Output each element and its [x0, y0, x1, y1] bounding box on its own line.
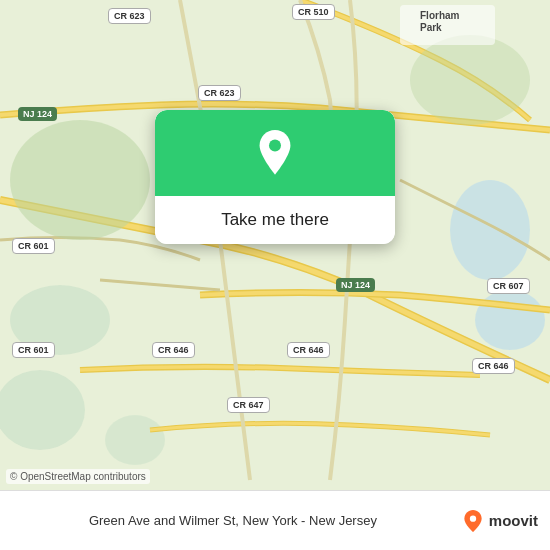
- road-badge-nj124-1: NJ 124: [18, 107, 57, 121]
- svg-point-7: [410, 35, 530, 125]
- road-badge-cr607: CR 607: [487, 278, 530, 294]
- road-badge-cr623-1: CR 623: [108, 8, 151, 24]
- location-pin-icon: [251, 130, 299, 178]
- road-badge-cr601-2: CR 601: [12, 342, 55, 358]
- popup-card: Take me there: [155, 110, 395, 244]
- road-badge-cr646-3: CR 646: [472, 358, 515, 374]
- svg-point-9: [269, 139, 281, 151]
- svg-point-6: [10, 120, 150, 240]
- road-badge-cr647: CR 647: [227, 397, 270, 413]
- road-badge-nj124-2: NJ 124: [336, 278, 375, 292]
- map-container: CR 623 CR 510 FlorhamPark NJ 124 CR 623 …: [0, 0, 550, 490]
- road-badge-cr646-2: CR 646: [287, 342, 330, 358]
- bottom-bar: Green Ave and Wilmer St, New York - New …: [0, 490, 550, 550]
- map-attribution: © OpenStreetMap contributors: [6, 469, 150, 484]
- svg-point-4: [475, 290, 545, 350]
- popup-green-area: [155, 110, 395, 196]
- road-badge-cr646-1: CR 646: [152, 342, 195, 358]
- moovit-logo: moovit: [462, 510, 538, 532]
- road-badge-cr623-2: CR 623: [198, 85, 241, 101]
- take-me-there-button[interactable]: Take me there: [155, 196, 395, 244]
- svg-point-3: [450, 180, 530, 280]
- moovit-pin-icon: [462, 510, 484, 532]
- moovit-text: moovit: [489, 512, 538, 529]
- road-badge-cr601-1: CR 601: [12, 238, 55, 254]
- florham-park-label: FlorhamPark: [420, 10, 459, 34]
- svg-point-10: [470, 515, 476, 521]
- map-background: [0, 0, 550, 490]
- road-badge-cr510: CR 510: [292, 4, 335, 20]
- svg-point-5: [105, 415, 165, 465]
- location-label: Green Ave and Wilmer St, New York - New …: [12, 513, 454, 528]
